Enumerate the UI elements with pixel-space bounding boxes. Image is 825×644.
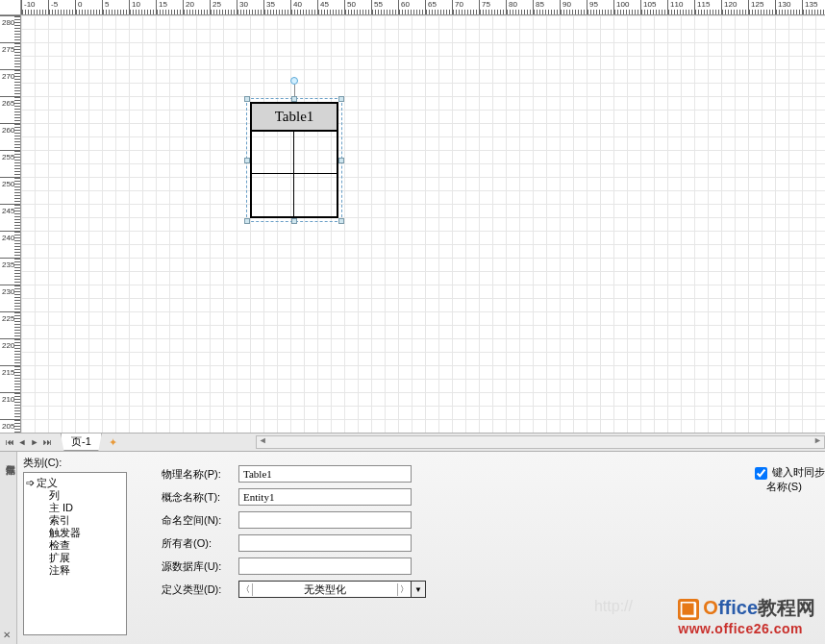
tree-item[interactable]: 触发器	[26, 527, 124, 539]
tree-item[interactable]: 索引	[26, 514, 124, 527]
horizontal-scrollbar[interactable]	[256, 435, 825, 449]
combo-prev-icon[interactable]: 〈	[239, 583, 253, 596]
tree-item[interactable]: 扩展	[26, 552, 124, 564]
resize-handle[interactable]	[244, 96, 250, 102]
selection-box	[246, 98, 342, 222]
table-shape[interactable]: Table1	[250, 102, 338, 218]
rotation-handle[interactable]	[290, 77, 298, 85]
tree-item[interactable]: 注释	[26, 564, 124, 577]
close-icon[interactable]: ✕	[3, 630, 11, 640]
drawing-canvas[interactable]: Table1	[21, 15, 825, 433]
combo-dropdown-icon[interactable]: ▼	[411, 581, 426, 598]
owner-label: 所有者(O):	[162, 536, 238, 551]
namespace-input[interactable]	[238, 511, 412, 529]
def-type-value: 无类型化	[253, 582, 397, 597]
combo-next-icon[interactable]: 〉	[397, 583, 411, 596]
tree-item[interactable]: 主 ID	[26, 502, 124, 514]
def-type-label: 定义类型(D):	[162, 582, 238, 597]
tree-item-root[interactable]: ➩定义	[26, 477, 124, 489]
sync-checkbox-row[interactable]: 键入时同步 名称(S)	[755, 465, 825, 494]
sync-checkbox[interactable]	[755, 467, 767, 480]
owner-input[interactable]	[238, 534, 412, 552]
tree-item[interactable]: 列	[26, 489, 124, 502]
properties-panel: 数据库属性 ✕ 类别(C): ➩定义 列主 ID索引触发器检查扩展注释 物理名称…	[0, 452, 825, 644]
resize-handle[interactable]	[338, 218, 344, 224]
category-label: 类别(C):	[23, 456, 127, 470]
tab-nav-prev-icon[interactable]: ◄	[16, 435, 28, 449]
concept-name-label: 概念名称(T):	[162, 490, 238, 505]
ruler-vertical: 2802752702652602552502452402352302252202…	[0, 15, 21, 433]
page-tab[interactable]: 页-1	[61, 433, 102, 451]
resize-handle[interactable]	[244, 158, 250, 163]
new-page-icon[interactable]: ✦	[106, 435, 121, 449]
resize-handle[interactable]	[338, 158, 344, 163]
side-tab[interactable]: 数据库属性 ✕	[0, 452, 17, 644]
tab-nav-next-icon[interactable]: ►	[29, 435, 40, 449]
physical-name-input[interactable]	[238, 465, 412, 483]
resize-handle[interactable]	[338, 96, 344, 102]
resize-handle[interactable]	[291, 96, 297, 102]
source-db-input[interactable]	[238, 557, 412, 575]
tab-nav-first-icon[interactable]: ⏮	[4, 435, 15, 449]
def-type-combo[interactable]: 〈 无类型化 〉	[238, 581, 412, 598]
tree-item[interactable]: 检查	[26, 539, 124, 552]
arrow-icon: ➩	[26, 477, 35, 489]
sync-label-1: 键入时同步	[772, 466, 825, 478]
resize-handle[interactable]	[291, 218, 297, 224]
page-tab-bar: ⏮ ◄ ► ⏭ 页-1 ✦	[0, 433, 825, 452]
category-tree[interactable]: ➩定义 列主 ID索引触发器检查扩展注释	[23, 472, 127, 635]
sync-label-2: 名称(S)	[766, 481, 802, 492]
concept-name-input[interactable]	[238, 488, 412, 506]
source-db-label: 源数据库(U):	[162, 559, 238, 574]
tab-nav-last-icon[interactable]: ⏭	[41, 435, 53, 449]
ruler-horizontal: -10-505101520253035404550556065707580859…	[21, 0, 825, 15]
ruler-corner	[0, 0, 21, 15]
resize-handle[interactable]	[244, 218, 250, 224]
physical-name-label: 物理名称(P):	[162, 467, 238, 482]
namespace-label: 命名空间(N):	[162, 513, 238, 528]
